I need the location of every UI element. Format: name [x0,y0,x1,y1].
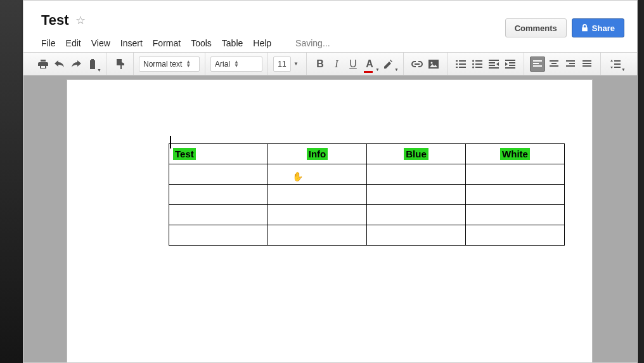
menubar: File Edit View Insert Format Tools Table… [41,38,330,48]
undo-icon[interactable] [52,56,67,72]
italic-button[interactable]: I [329,56,344,72]
font-size-select[interactable]: 11 [273,56,291,72]
insert-image-icon[interactable] [426,56,441,72]
document-area[interactable]: Test Info Blue White ✋ [23,76,637,362]
toolbar: ▼ Normal text ▲▼ Arial ▲▼ 11 ▼ B I U [23,53,637,76]
svg-point-2 [472,60,474,62]
table-row[interactable] [169,205,565,225]
line-spacing-button[interactable]: ▼ [607,56,624,72]
star-icon[interactable]: ☆ [75,13,86,27]
header: Test ☆ Comments Share File Edit View Ins… [23,1,637,53]
share-button[interactable]: Share [572,18,624,37]
menu-insert[interactable]: Insert [120,38,143,48]
table-row[interactable] [169,185,565,205]
svg-point-1 [431,62,433,63]
table-header-cell[interactable]: Test [173,148,196,160]
numbered-list-icon[interactable] [453,56,468,72]
align-left-button[interactable] [530,56,545,72]
font-size-dropdown-icon[interactable]: ▼ [292,56,300,72]
table-row[interactable]: Test Info Blue White [169,144,565,164]
clipboard-icon[interactable]: ▼ [85,56,100,72]
cursor-icon: ✋ [292,171,303,182]
table-row[interactable] [169,225,565,246]
app-window: Test ☆ Comments Share File Edit View Ins… [23,0,638,363]
window-left-strip [0,0,23,363]
save-status: Saving... [295,38,330,48]
highlight-color-button[interactable]: ▼ [378,56,397,72]
table-header-cell[interactable]: Info [307,148,328,160]
menu-table[interactable]: Table [222,38,243,48]
comments-button[interactable]: Comments [505,18,567,37]
menu-tools[interactable]: Tools [191,38,212,48]
bold-button[interactable]: B [312,56,328,72]
page[interactable]: Test Info Blue White ✋ [67,79,593,362]
align-justify-button[interactable] [579,56,595,72]
table-row[interactable] [169,164,565,185]
paragraph-style-label: Normal text [143,60,182,69]
underline-button[interactable]: U [345,56,361,72]
chevron-updown-icon: ▲▼ [234,60,239,68]
menu-view[interactable]: View [91,38,110,48]
svg-point-3 [472,63,474,65]
increase-indent-icon[interactable] [503,56,518,72]
bulleted-list-icon[interactable] [470,56,485,72]
decrease-indent-icon[interactable] [486,56,501,72]
font-size-label: 11 [278,60,286,69]
table-header-cell[interactable]: White [500,148,530,160]
menu-file[interactable]: File [41,38,56,48]
menu-format[interactable]: Format [153,38,181,48]
insert-link-icon[interactable] [409,56,425,72]
font-family-label: Arial [215,60,230,69]
print-icon[interactable] [35,56,51,72]
chevron-updown-icon: ▲▼ [186,60,191,68]
share-label: Share [592,23,615,33]
redo-icon[interactable] [68,56,84,72]
menu-edit[interactable]: Edit [66,38,81,48]
content-table[interactable]: Test Info Blue White [169,143,565,246]
table-header-cell[interactable]: Blue [404,148,428,160]
text-color-button[interactable]: A ▼ [362,56,377,72]
font-family-select[interactable]: Arial ▲▼ [210,56,262,72]
align-right-button[interactable] [563,56,578,72]
menu-help[interactable]: Help [253,38,271,48]
svg-point-4 [472,66,474,68]
highlighter-icon [383,59,393,69]
paint-format-icon[interactable] [112,56,127,72]
comments-label: Comments [515,23,557,33]
document-title[interactable]: Test [41,12,69,29]
paragraph-style-select[interactable]: Normal text ▲▼ [139,56,200,72]
lock-icon [581,24,588,32]
align-center-button[interactable] [546,56,562,72]
